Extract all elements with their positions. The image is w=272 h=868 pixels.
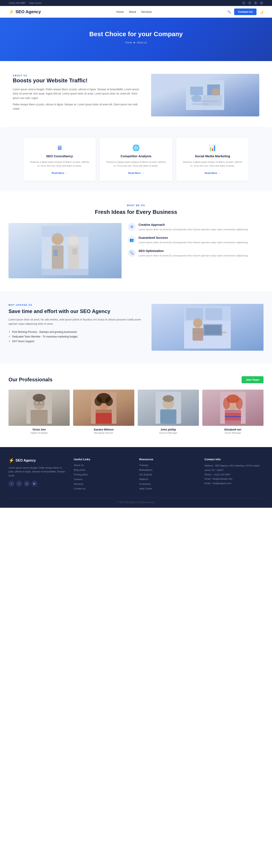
svg-point-48 <box>223 398 230 409</box>
footer-res-marketplace[interactable]: Marketplace <box>139 469 152 471</box>
seo-read-more[interactable]: Read More <box>52 172 67 174</box>
svg-point-6 <box>212 88 219 96</box>
navbar: ⚡ SEO Agency Home About Services 🔍 Conta… <box>0 6 272 18</box>
member-1-role: Digital Strategist <box>31 432 47 434</box>
why-choose-section: WHY CHOOSE US Save time and effort with … <box>0 291 272 364</box>
footer-res-experts[interactable]: Our Experts <box>139 473 152 476</box>
svg-point-43 <box>163 395 174 402</box>
help-center-link[interactable]: Help Center <box>29 2 42 4</box>
team-member-3: John phillip General Manager <box>138 390 199 434</box>
nav-about[interactable]: About <box>129 10 136 13</box>
feature-success: 👥 Guaranteed Success Lorem ipsum dolor s… <box>128 236 264 244</box>
about-photo-overlay <box>151 74 259 116</box>
nav-home[interactable]: Home <box>116 10 124 13</box>
footer-link-blog[interactable]: Blog posts <box>74 469 86 471</box>
team-member-4: Elizabeth ker Senior Manager <box>202 390 264 434</box>
nav-services[interactable]: Services <box>141 10 152 13</box>
twitter-icon[interactable]: t <box>248 1 251 5</box>
svg-point-49 <box>236 398 243 409</box>
svg-rect-16 <box>42 269 89 275</box>
svg-rect-25 <box>193 328 203 341</box>
footer-support-email: Email : info@support.com <box>205 481 264 486</box>
what-features: ⚙ Creative Approach Lorem ipsum dolor si… <box>128 223 264 257</box>
dark-mode-toggle[interactable]: 🌙 <box>260 10 264 14</box>
feature-creative: ⚙ Creative Approach Lorem ipsum dolor si… <box>128 223 264 231</box>
success-desc: Lorem ipsum dolor sit amet,Ea consequunt… <box>139 241 248 244</box>
team-member-2: Sandra Willson Managing Director <box>73 390 134 434</box>
seo-opt-icon: 🔍 <box>128 249 136 257</box>
member-2-role: Managing Director <box>94 432 113 434</box>
services-grid: 🖥 SEO Consultancy Vivamus a ligula quam … <box>8 138 264 181</box>
instagram-icon[interactable]: in <box>254 1 258 5</box>
member-3-role: General Manager <box>159 432 177 434</box>
footer-resources-col: Resources Training Marketplace Our Exper… <box>139 458 198 492</box>
what-we-do-section: WHAT WE DO Fresh Ideas for Every Busines… <box>0 191 272 291</box>
contact-button[interactable]: Contact Us <box>234 8 257 15</box>
why-photo <box>151 304 264 351</box>
feature-seo: 🔍 SEO Optimization Lorem ipsum dolor sit… <box>128 249 264 257</box>
footer-useful-links: About Us Blog posts Pricing plans Career… <box>74 463 133 490</box>
member-4-role: Senior Manager <box>225 432 241 434</box>
about-section: ABOUT US Boosts your Website Traffic! Lo… <box>0 61 272 127</box>
search-button[interactable]: 🔍 <box>227 10 231 14</box>
footer-phone: Phone : +1(21) 234 4567 <box>205 472 264 477</box>
svg-point-38 <box>105 397 113 406</box>
footer-twitter-icon[interactable]: t <box>16 481 22 487</box>
team-photo-4 <box>202 390 264 426</box>
footer-link-contact[interactable]: Contact us <box>74 487 86 490</box>
seo-opt-text: SEO Optimization Lorem ipsum dolor sit a… <box>139 249 248 257</box>
footer-res-platform[interactable]: Platform <box>139 478 148 480</box>
why-para: Lorem ipsum dolor sit amet, hic odio ten… <box>8 317 143 326</box>
footer-facebook-icon[interactable]: f <box>8 481 14 487</box>
seo-opt-title: SEO Optimization <box>139 249 248 253</box>
footer-link-careers[interactable]: Careers <box>74 478 83 480</box>
breadcrumb-home[interactable]: Home <box>125 41 132 44</box>
success-title: Guaranteed Success <box>139 236 248 239</box>
footer-logo: ⚡ SEO Agency <box>8 458 68 463</box>
logo[interactable]: ⚡ SEO Agency <box>8 9 41 15</box>
other-social-icon[interactable]: ● <box>260 1 264 5</box>
footer-resource-links: Training Marketplace Our Experts Platfor… <box>139 463 198 490</box>
svg-rect-10 <box>52 245 64 269</box>
team-header: Our Professionals Join Team <box>8 376 264 383</box>
svg-rect-20 <box>205 308 222 320</box>
breadcrumb-current: About us <box>137 41 147 44</box>
why-item-3: 24/7 Hours Support <box>8 339 143 344</box>
about-heading: Boosts your Website Traffic! <box>13 77 143 84</box>
svg-rect-19 <box>186 308 203 320</box>
social-read-more[interactable]: Read More <box>205 172 220 174</box>
footer-res-help[interactable]: Help Center <box>139 487 152 490</box>
footer-logo-icon: ⚡ <box>8 458 14 463</box>
top-bar-right: f t in ● <box>242 1 264 5</box>
what-photo <box>8 223 122 278</box>
top-bar-left: +1(21) 234 4567 Help Center <box>8 2 42 4</box>
success-icon: 👥 <box>128 236 136 244</box>
footer-res-customers[interactable]: Customers <box>139 483 151 485</box>
footer-linkedin-icon[interactable]: in <box>24 481 30 487</box>
about-photo <box>151 74 259 116</box>
footer-resources-heading: Resources <box>139 458 198 461</box>
nav-right: 🔍 Contact Us 🌙 <box>227 8 264 15</box>
why-item-1: First Working Process - Startups and gro… <box>8 330 143 334</box>
svg-rect-14 <box>72 249 77 254</box>
footer-youtube-icon[interactable]: ▶ <box>31 481 37 487</box>
footer-link-pricing[interactable]: Pricing plans <box>74 473 88 476</box>
facebook-icon[interactable]: f <box>242 1 246 5</box>
logo-text: SEO Agency <box>15 9 41 14</box>
member-2-name: Sandra Willson <box>73 428 134 431</box>
footer-link-services[interactable]: Services <box>74 483 83 485</box>
footer-link-about[interactable]: About Us <box>74 464 84 466</box>
social-desc: Vivamus a ligula quam tesque et libero u… <box>181 160 243 168</box>
what-heading: Fresh Ideas for Every Business <box>8 209 264 215</box>
join-team-button[interactable]: Join Team <box>242 376 264 383</box>
svg-rect-15 <box>42 226 89 237</box>
footer-res-training[interactable]: Training <box>139 464 148 466</box>
svg-point-53 <box>230 406 235 409</box>
competitor-title: Competitor Analysis <box>105 154 167 158</box>
competitor-read-more[interactable]: Read More <box>128 172 144 174</box>
why-item-2: Dedicated Team Member - To maximise mark… <box>8 334 143 339</box>
what-image <box>8 223 122 278</box>
svg-point-32 <box>33 394 45 402</box>
top-bar: +1(21) 234 4567 Help Center f t in ● <box>0 0 272 6</box>
what-grid: ⚙ Creative Approach Lorem ipsum dolor si… <box>8 223 264 278</box>
